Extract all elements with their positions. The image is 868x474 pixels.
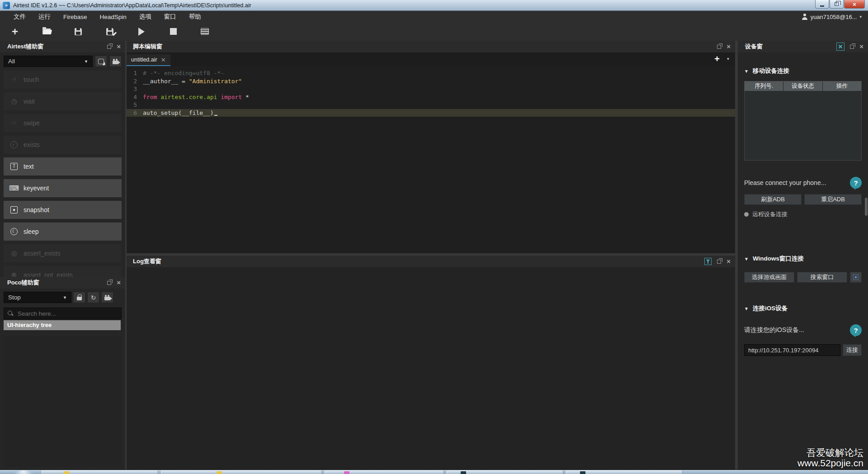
restore-button[interactable] xyxy=(830,0,844,9)
new-tab-button[interactable]: + xyxy=(711,54,723,64)
search-window-button[interactable]: 搜索窗口 xyxy=(797,272,847,283)
run-script-button[interactable] xyxy=(128,24,155,39)
mobile-connect-section[interactable]: ▼ 移动设备连接 xyxy=(744,67,862,75)
help-bubble-icon[interactable]: ? xyxy=(850,177,862,189)
float-panel-icon[interactable] xyxy=(107,281,111,285)
minimize-icon xyxy=(820,5,824,7)
taskbar-button[interactable] xyxy=(447,470,563,474)
pick-window-button[interactable] xyxy=(850,272,862,283)
taskbar-button[interactable] xyxy=(161,470,322,474)
phone-hint: Please connect your phone... xyxy=(744,179,826,186)
watermark-line2: www.52pojie.cn xyxy=(797,458,863,469)
view-report-button[interactable] xyxy=(192,24,218,39)
wait-clock-icon: ◷ xyxy=(9,97,19,105)
screenshot-region-button[interactable] xyxy=(95,56,107,67)
window-controls: × xyxy=(815,0,865,9)
panel-scrollbar-thumb[interactable] xyxy=(865,198,868,216)
stop-script-button[interactable] xyxy=(160,24,186,39)
adb-buttons-row: 刷新ADB 重启ADB xyxy=(744,194,862,205)
ui-hierarchy-tree-header[interactable]: UI-hierachy tree xyxy=(4,320,121,330)
close-panel-icon[interactable]: × xyxy=(726,259,731,264)
device-tools-icon[interactable] xyxy=(836,43,844,51)
close-panel-icon[interactable]: × xyxy=(859,44,863,49)
poco-search-input[interactable] xyxy=(18,310,118,317)
account-menu[interactable]: yuan71058@16... ▾ xyxy=(802,11,862,22)
app-icon xyxy=(580,471,585,474)
float-panel-icon[interactable] xyxy=(717,260,721,264)
taskbar-button[interactable] xyxy=(325,470,444,474)
user-icon xyxy=(802,14,808,20)
api-item-exists[interactable]: ✓exists xyxy=(4,136,122,154)
api-item-sleep[interactable]: ☾sleep xyxy=(4,223,122,241)
tab-close-icon[interactable]: ✕ xyxy=(161,57,166,63)
device-panel-header: 设备窗 × xyxy=(738,41,868,52)
code-editor[interactable]: 1 # -*- encoding=utf8 -*- 2 __author__ =… xyxy=(127,66,735,253)
ios-connect-button[interactable]: 连接 xyxy=(843,344,862,356)
taskbar-button[interactable] xyxy=(566,470,683,474)
api-item-text[interactable]: Ttext xyxy=(4,157,122,175)
menu-help[interactable]: 帮助 xyxy=(183,13,208,21)
poco-record-button[interactable] xyxy=(101,292,113,303)
taskbar-button[interactable] xyxy=(42,470,158,474)
ui-hierarchy-tree-body[interactable] xyxy=(4,337,122,467)
api-item-snapshot[interactable]: ●snapshot xyxy=(4,201,122,219)
menu-headspin[interactable]: HeadSpin xyxy=(94,14,133,20)
folder-icon xyxy=(64,471,69,474)
report-icon xyxy=(201,28,209,35)
windows-connect-section[interactable]: ▼ Windows窗口连接 xyxy=(744,255,862,263)
help-bubble-icon[interactable]: ? xyxy=(850,324,862,336)
airtest-panel-header: Airtest辅助窗 × xyxy=(0,41,125,52)
menu-firebase[interactable]: Firebase xyxy=(57,14,94,20)
ios-connect-section[interactable]: ▼ 连接iOS设备 xyxy=(744,304,862,313)
save-button[interactable] xyxy=(65,24,91,39)
device-table-body[interactable] xyxy=(745,91,861,160)
log-output-area[interactable] xyxy=(127,267,735,469)
api-item-assert-not-exists[interactable]: ⊗assert_not_exists xyxy=(4,266,122,277)
minimize-button[interactable] xyxy=(815,0,829,9)
search-icon xyxy=(8,311,13,316)
api-item-wait[interactable]: ◷wait xyxy=(4,92,122,110)
menu-window[interactable]: 窗口 xyxy=(158,13,183,21)
api-item-assert-exists[interactable]: ◎assert_exists xyxy=(4,244,122,262)
airtest-ide-window: » Airtest IDE v1.2.6 ~~ C:\Users\Adminis… xyxy=(0,0,868,474)
plus-icon: + xyxy=(12,27,18,36)
record-button[interactable] xyxy=(109,56,122,67)
tab-list-dropdown[interactable]: ▼ xyxy=(725,54,731,64)
log-filter-icon[interactable] xyxy=(704,258,712,265)
remote-device-row[interactable]: 远程设备连接 xyxy=(744,210,862,218)
api-item-swipe[interactable]: ☞swipe xyxy=(4,114,122,132)
menu-options[interactable]: 选项 xyxy=(133,13,158,21)
open-script-button[interactable] xyxy=(33,24,60,39)
poco-panel-title: Poco辅助窗 xyxy=(7,279,39,287)
sleep-moon-icon: ☾ xyxy=(10,228,18,235)
float-panel-icon[interactable] xyxy=(107,45,111,49)
poco-mode-dropdown[interactable]: Stop ▼ xyxy=(4,292,71,303)
close-button[interactable]: × xyxy=(844,0,865,9)
float-panel-icon[interactable] xyxy=(850,45,854,49)
refresh-adb-button[interactable]: 刷新ADB xyxy=(744,194,802,205)
menu-file[interactable]: 文件 xyxy=(7,13,32,21)
close-panel-icon[interactable]: × xyxy=(117,44,121,49)
save-as-button[interactable] xyxy=(97,24,123,39)
save-as-icon xyxy=(106,28,113,35)
float-panel-icon[interactable] xyxy=(717,45,721,49)
poco-mode-value: Stop xyxy=(8,294,21,301)
code-line: 3 xyxy=(127,85,735,93)
windows-connect-label: Windows窗口连接 xyxy=(753,255,804,263)
close-panel-icon[interactable]: × xyxy=(117,280,121,285)
poco-refresh-button[interactable]: ↻ xyxy=(87,292,99,303)
tab-untitled-air[interactable]: untitled.air ✕ xyxy=(127,54,170,66)
api-item-touch[interactable]: ☝touch xyxy=(4,71,122,89)
select-game-screen-button[interactable]: 选择游戏画面 xyxy=(744,272,794,283)
new-script-button[interactable]: + xyxy=(2,24,28,39)
target-icon: ◎ xyxy=(9,249,19,257)
start-orb-icon[interactable] xyxy=(14,470,33,474)
restart-adb-button[interactable]: 重启ADB xyxy=(804,194,862,205)
ios-url-input[interactable] xyxy=(744,344,840,356)
api-item-keyevent[interactable]: ⌨keyevent xyxy=(4,179,122,197)
poco-lock-button[interactable] xyxy=(73,292,85,303)
close-panel-icon[interactable]: × xyxy=(726,44,731,49)
menu-run[interactable]: 运行 xyxy=(32,13,57,21)
ios-url-row: 连接 xyxy=(744,344,862,356)
api-filter-dropdown[interactable]: All ▼ xyxy=(4,56,93,67)
